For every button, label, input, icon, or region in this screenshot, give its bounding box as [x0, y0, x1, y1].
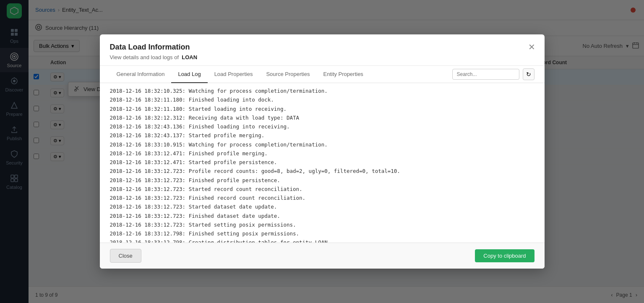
log-line: 2018-12-16 18:33:12.723: Started dataset… [110, 202, 534, 211]
modal-tabs: General Information Load Log Load Proper… [100, 66, 545, 83]
refresh-icon: ↻ [526, 71, 531, 78]
log-line: 2018-12-16 18:33:12.723: Started setting… [110, 220, 534, 229]
log-line: 2018-12-16 18:32:12.312: Receiving data … [110, 113, 534, 122]
log-line: 2018-12-16 18:33:12.723: Started record … [110, 185, 534, 193]
modal-close-button[interactable]: ✕ [526, 41, 538, 53]
log-line: 2018-12-16 18:33:10.915: Watching for pr… [110, 140, 534, 149]
modal-footer: Close Copy to clipboard [100, 243, 545, 269]
modal-search-input[interactable] [452, 69, 519, 80]
tab-source-properties[interactable]: Source Properties [259, 66, 316, 83]
modal-subtitle: View details and load logs of LOAN [110, 54, 534, 60]
modal-title: Data Load Information [110, 43, 534, 52]
modal-close-btn[interactable]: Close [110, 249, 141, 263]
modal-body[interactable]: 2018-12-16 18:32:10.325: Watching for pr… [100, 83, 545, 243]
modal-tab-search-area: ↻ [452, 68, 534, 80]
log-line: 2018-12-16 18:32:11.180: Finished loadin… [110, 95, 534, 104]
modal-overlay: ✕ Data Load Information View details and… [0, 0, 644, 303]
log-line: 2018-12-16 18:33:12.723: Finished profil… [110, 176, 534, 185]
log-line: 2018-12-16 18:33:12.723: Finished record… [110, 193, 534, 202]
log-line: 2018-12-16 18:33:12.798: Creating distri… [110, 238, 534, 243]
tab-entity-properties[interactable]: Entity Properties [316, 66, 370, 83]
close-icon: ✕ [528, 42, 535, 52]
log-line: 2018-12-16 18:32:43.137: Started profile… [110, 131, 534, 140]
tab-general-information[interactable]: General Information [110, 66, 172, 83]
log-line: 2018-12-16 18:32:10.325: Watching for pr… [110, 86, 534, 95]
tab-load-properties[interactable]: Load Properties [208, 66, 260, 83]
copy-to-clipboard-btn[interactable]: Copy to clipboard [475, 249, 534, 262]
modal-entity-name: LOAN [182, 54, 197, 60]
log-line: 2018-12-16 18:32:11.180: Started loading… [110, 104, 534, 113]
tab-load-log[interactable]: Load Log [171, 66, 207, 83]
log-line: 2018-12-16 18:33:12.471: Started profile… [110, 158, 534, 167]
modal-refresh-button[interactable]: ↻ [523, 68, 534, 80]
modal-dialog: ✕ Data Load Information View details and… [100, 34, 545, 269]
log-line: 2018-12-16 18:32:43.136: Finished loadin… [110, 122, 534, 131]
modal-header: Data Load Information View details and l… [100, 34, 545, 66]
log-container: 2018-12-16 18:32:10.325: Watching for pr… [110, 86, 534, 243]
log-line: 2018-12-16 18:33:12.798: Finished settin… [110, 229, 534, 238]
log-line: 2018-12-16 18:33:12.723: Profile record … [110, 167, 534, 175]
log-line: 2018-12-16 18:33:12.723: Finished datase… [110, 212, 534, 220]
log-line: 2018-12-16 18:33:12.471: Finished profil… [110, 149, 534, 158]
subtitle-prefix: View details and load logs of [110, 54, 179, 60]
